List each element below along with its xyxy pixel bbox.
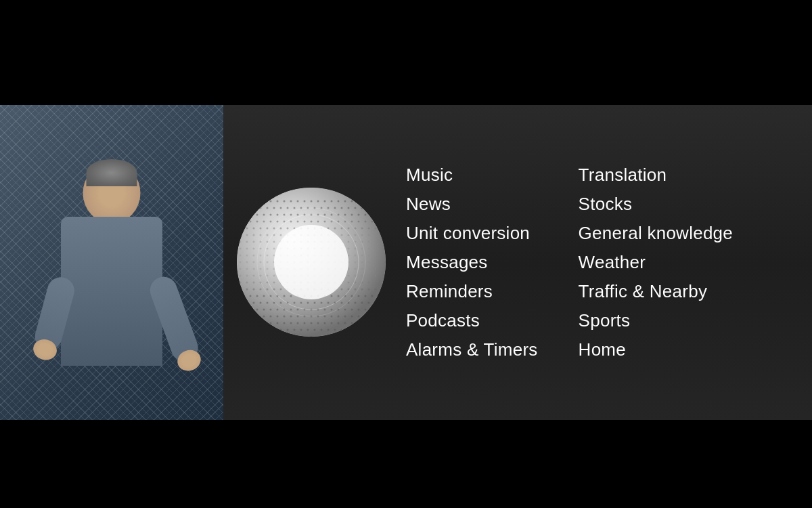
svg-point-190 xyxy=(240,261,242,263)
svg-point-152 xyxy=(267,248,269,250)
svg-point-86 xyxy=(260,228,262,230)
svg-point-62 xyxy=(243,221,245,223)
svg-point-171 xyxy=(253,255,255,257)
svg-point-324 xyxy=(300,302,302,304)
svg-point-74 xyxy=(324,221,326,223)
svg-point-231 xyxy=(375,268,377,270)
svg-point-107 xyxy=(253,234,255,236)
list-item: Weather xyxy=(579,248,733,277)
svg-point-83 xyxy=(240,228,242,230)
svg-point-378 xyxy=(304,322,306,324)
svg-point-23 xyxy=(260,207,262,209)
svg-point-126 xyxy=(382,234,384,236)
svg-point-4 xyxy=(263,200,265,203)
svg-point-48 xyxy=(290,214,292,216)
svg-point-59 xyxy=(365,214,367,216)
svg-point-351 xyxy=(351,309,353,311)
svg-point-371 xyxy=(365,316,367,318)
svg-point-272 xyxy=(368,282,370,284)
svg-point-26 xyxy=(280,207,282,209)
svg-point-103 xyxy=(375,228,377,230)
svg-point-315 xyxy=(378,295,380,297)
svg-point-132 xyxy=(273,241,275,243)
svg-point-2 xyxy=(250,200,252,203)
svg-point-172 xyxy=(260,255,262,257)
svg-point-68 xyxy=(284,221,286,223)
svg-point-294 xyxy=(375,289,377,291)
svg-point-54 xyxy=(331,214,333,216)
homepod-sphere xyxy=(237,188,386,337)
list-item: General knowledge xyxy=(579,219,733,248)
svg-point-194 xyxy=(267,261,269,263)
svg-point-214 xyxy=(260,268,262,270)
svg-point-81 xyxy=(371,221,374,223)
svg-point-319 xyxy=(267,302,269,304)
list-item: Stocks xyxy=(579,190,733,219)
svg-point-100 xyxy=(355,228,357,230)
svg-point-122 xyxy=(355,234,357,236)
svg-point-79 xyxy=(358,221,360,223)
svg-point-359 xyxy=(284,316,286,318)
svg-point-36 xyxy=(348,207,350,209)
svg-point-397 xyxy=(341,329,343,331)
svg-point-151 xyxy=(260,248,262,250)
svg-point-335 xyxy=(375,302,377,304)
svg-point-356 xyxy=(263,316,265,318)
svg-point-390 xyxy=(294,329,296,331)
main-content: Music News Unit conversion Messages Remi… xyxy=(0,105,812,420)
svg-point-80 xyxy=(365,221,367,223)
svg-point-7 xyxy=(284,200,286,203)
svg-point-102 xyxy=(368,228,370,230)
svg-point-209 xyxy=(368,261,370,263)
svg-point-14 xyxy=(331,200,333,203)
svg-point-82 xyxy=(378,221,380,223)
svg-point-89 xyxy=(280,228,282,230)
svg-point-212 xyxy=(246,268,248,270)
svg-point-106 xyxy=(246,234,248,236)
svg-point-328 xyxy=(328,302,330,304)
svg-point-230 xyxy=(368,268,370,270)
svg-point-330 xyxy=(341,302,343,304)
svg-point-73 xyxy=(317,221,319,223)
svg-point-111 xyxy=(280,234,282,236)
presenter-figure xyxy=(14,149,210,420)
svg-point-33 xyxy=(328,207,330,209)
svg-point-353 xyxy=(365,309,367,311)
svg-point-352 xyxy=(358,309,360,311)
svg-point-124 xyxy=(368,234,370,236)
svg-point-252 xyxy=(375,275,377,277)
svg-point-75 xyxy=(331,221,333,223)
list-item: Sports xyxy=(579,306,733,335)
svg-point-97 xyxy=(334,228,336,230)
bottom-bar xyxy=(0,420,812,508)
svg-point-121 xyxy=(348,234,350,236)
svg-point-17 xyxy=(351,200,353,203)
svg-point-367 xyxy=(338,316,340,318)
svg-point-213 xyxy=(253,268,255,270)
svg-point-326 xyxy=(314,302,316,304)
svg-point-192 xyxy=(253,261,255,263)
person-hand-left xyxy=(31,337,60,362)
svg-point-232 xyxy=(240,275,242,277)
right-content: Music News Unit conversion Messages Remi… xyxy=(223,161,812,364)
svg-point-334 xyxy=(368,302,370,304)
svg-point-63 xyxy=(250,221,252,223)
svg-point-275 xyxy=(246,289,248,291)
svg-point-42 xyxy=(250,214,252,216)
list-item: Reminders xyxy=(406,277,538,306)
svg-point-370 xyxy=(358,316,360,318)
svg-point-355 xyxy=(256,316,258,318)
svg-point-72 xyxy=(311,221,313,223)
svg-point-229 xyxy=(361,268,363,270)
svg-point-148 xyxy=(240,248,242,250)
svg-point-295 xyxy=(243,295,245,297)
svg-point-398 xyxy=(348,329,350,331)
svg-point-28 xyxy=(294,207,296,209)
svg-point-22 xyxy=(253,207,255,209)
svg-point-360 xyxy=(290,316,292,318)
svg-point-84 xyxy=(246,228,248,230)
list-item: Unit conversion xyxy=(406,219,538,248)
svg-point-361 xyxy=(297,316,299,318)
list-item: Music xyxy=(406,161,538,190)
svg-point-41 xyxy=(243,214,245,216)
